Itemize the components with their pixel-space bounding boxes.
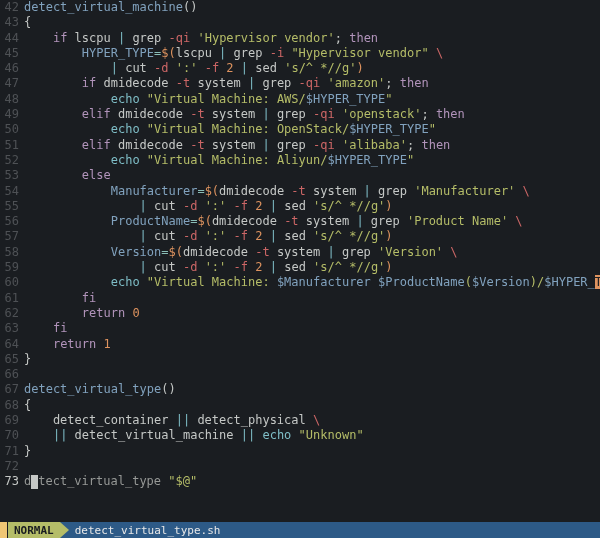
code-content[interactable]: if dmidecode -t system | grep -qi 'amazo… [24,76,600,91]
code-line[interactable]: 52 echo "Virtual Machine: Aliyun/$HYPER_… [0,153,600,168]
code-line[interactable]: 59 | cut -d ':' -f 2 | sed 's/^ *//g') [0,260,600,275]
line-number: 47 [0,76,24,91]
line-number: 56 [0,214,24,229]
code-content[interactable]: detect_container || detect_physical \ [24,413,600,428]
filename-label: detect_virtual_type.sh [69,522,229,538]
code-content[interactable]: Manufacturer=$(dmidecode -t system | gre… [24,184,600,199]
code-line[interactable]: 49 elif dmidecode -t system | grep -qi '… [0,107,600,122]
code-line[interactable]: 67detect_virtual_type() [0,382,600,397]
code-content[interactable]: detect_virtual_machine() [24,0,600,15]
status-bar: NORMAL detect_virtual_type.sh [0,522,600,538]
code-line[interactable]: 50 echo "Virtual Machine: OpenStack/$HYP… [0,122,600,137]
code-line[interactable]: 68{ [0,398,600,413]
code-content[interactable]: fi [24,291,600,306]
code-content[interactable]: echo "Virtual Machine: $Manufacturer $Pr… [24,275,600,290]
code-content[interactable]: echo "Virtual Machine: OpenStack/$HYPER_… [24,122,600,137]
line-number: 62 [0,306,24,321]
line-number: 64 [0,337,24,352]
line-number: 63 [0,321,24,336]
code-editor[interactable]: 42detect_virtual_machine()43{44 if lscpu… [0,0,600,522]
code-line[interactable]: 61 fi [0,291,600,306]
line-number: 58 [0,245,24,260]
code-line[interactable]: 65} [0,352,600,367]
code-line[interactable]: 42detect_virtual_machine() [0,0,600,15]
code-line[interactable]: 62 return 0 [0,306,600,321]
code-content[interactable]: detect_virtual_type() [24,382,600,397]
code-line[interactable]: 70 || detect_virtual_machine || echo "Un… [0,428,600,443]
code-content[interactable]: } [24,352,600,367]
line-number: 53 [0,168,24,183]
line-number: 70 [0,428,24,443]
line-number: 65 [0,352,24,367]
line-number: 67 [0,382,24,397]
code-content[interactable]: return 1 [24,337,600,352]
code-line[interactable]: 63 fi [0,321,600,336]
mode-indicator: NORMAL [8,522,60,538]
line-number: 71 [0,444,24,459]
code-content[interactable]: echo "Virtual Machine: Aliyun/$HYPER_TYP… [24,153,600,168]
code-line[interactable]: 71} [0,444,600,459]
code-line[interactable]: 64 return 1 [0,337,600,352]
line-number: 66 [0,367,24,382]
code-content[interactable]: | cut -d ':' -f 2 | sed 's/^ *//g') [24,260,600,275]
code-line[interactable]: 43{ [0,15,600,30]
code-content[interactable]: HYPER_TYPE=$(lscpu | grep -i "Hypervisor… [24,46,600,61]
code-line[interactable]: 55 | cut -d ':' -f 2 | sed 's/^ *//g') [0,199,600,214]
line-number: 54 [0,184,24,199]
line-number: 45 [0,46,24,61]
line-number: 57 [0,229,24,244]
line-number: 69 [0,413,24,428]
code-line[interactable]: 57 | cut -d ':' -f 2 | sed 's/^ *//g') [0,229,600,244]
code-line[interactable]: 58 Version=$(dmidecode -t system | grep … [0,245,600,260]
code-line[interactable]: 73dtect_virtual_type "$@" [0,474,600,489]
line-number: 72 [0,459,24,474]
line-number: 61 [0,291,24,306]
code-line[interactable]: 69 detect_container || detect_physical \ [0,413,600,428]
code-content[interactable]: if lscpu | grep -qi 'Hypervisor vendor';… [24,31,600,46]
code-content[interactable]: | cut -d ':' -f 2 | sed 's/^ *//g') [24,61,600,76]
code-content[interactable]: | cut -d ':' -f 2 | sed 's/^ *//g') [24,199,600,214]
code-content[interactable]: fi [24,321,600,336]
code-line[interactable]: 56 ProductName=$(dmidecode -t system | g… [0,214,600,229]
code-content[interactable]: Version=$(dmidecode -t system | grep 'Ve… [24,245,600,260]
line-number: 50 [0,122,24,137]
line-number: 51 [0,138,24,153]
line-number: 60 [0,275,24,290]
status-flag [0,522,7,538]
code-line[interactable]: 53 else [0,168,600,183]
code-content[interactable]: ProductName=$(dmidecode -t system | grep… [24,214,600,229]
line-number: 44 [0,31,24,46]
cursor [31,475,38,489]
code-line[interactable]: 46 | cut -d ':' -f 2 | sed 's/^ *//g') [0,61,600,76]
code-line[interactable]: 47 if dmidecode -t system | grep -qi 'am… [0,76,600,91]
code-content[interactable]: else [24,168,600,183]
code-line[interactable]: 51 elif dmidecode -t system | grep -qi '… [0,138,600,153]
code-content[interactable]: { [24,398,600,413]
code-content[interactable]: | cut -d ':' -f 2 | sed 's/^ *//g') [24,229,600,244]
code-content[interactable]: return 0 [24,306,600,321]
mode-arrow-icon [60,522,69,538]
line-number: 55 [0,199,24,214]
line-number: 59 [0,260,24,275]
line-number: 49 [0,107,24,122]
code-line[interactable]: 60 echo "Virtual Machine: $Manufacturer … [0,275,600,290]
code-content[interactable]: { [24,15,600,30]
line-number: 73 [0,474,24,489]
code-content[interactable]: || detect_virtual_machine || echo "Unkno… [24,428,600,443]
line-number: 52 [0,153,24,168]
code-content[interactable]: echo "Virtual Machine: AWS/$HYPER_TYPE" [24,92,600,107]
code-line[interactable]: 48 echo "Virtual Machine: AWS/$HYPER_TYP… [0,92,600,107]
code-line[interactable]: 45 HYPER_TYPE=$(lscpu | grep -i "Hypervi… [0,46,600,61]
search-highlight: TYPE" [595,275,600,289]
code-line[interactable]: 72 [0,459,600,474]
code-content[interactable]: elif dmidecode -t system | grep -qi 'ali… [24,138,600,153]
code-line[interactable]: 44 if lscpu | grep -qi 'Hypervisor vendo… [0,31,600,46]
code-content[interactable]: elif dmidecode -t system | grep -qi 'ope… [24,107,600,122]
code-line[interactable]: 54 Manufacturer=$(dmidecode -t system | … [0,184,600,199]
code-content[interactable]: } [24,444,600,459]
code-content[interactable]: dtect_virtual_type "$@" [24,474,600,489]
line-number: 43 [0,15,24,30]
code-line[interactable]: 66 [0,367,600,382]
line-number: 48 [0,92,24,107]
line-number: 68 [0,398,24,413]
